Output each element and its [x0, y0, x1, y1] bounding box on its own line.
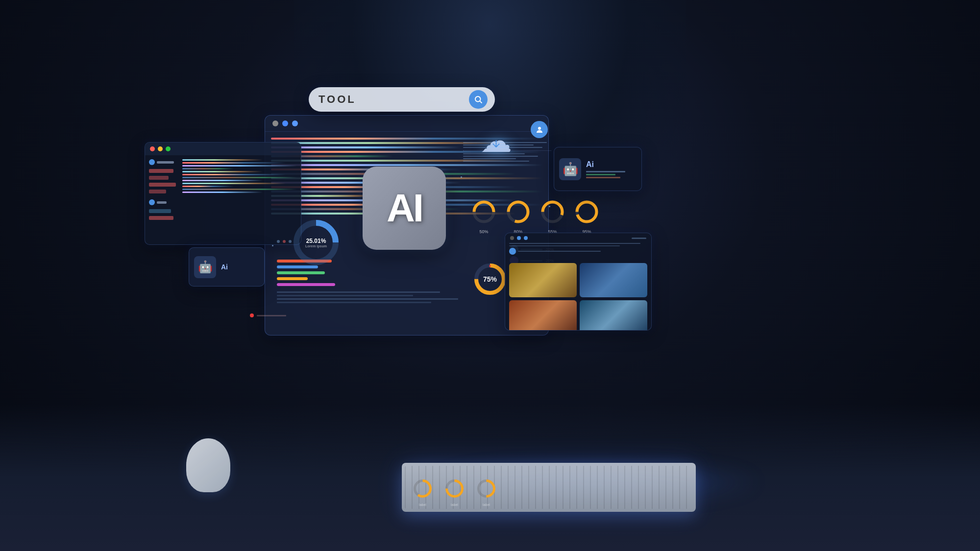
dot-red — [150, 146, 155, 151]
stats-line — [463, 156, 538, 157]
window-dot-gray — [272, 120, 278, 126]
code-line-sm — [586, 174, 615, 175]
user-line-row — [509, 248, 647, 255]
ai-chat-label: Ai — [221, 263, 228, 271]
bar-fill — [277, 271, 325, 274]
code-line — [182, 168, 234, 169]
big-donut-chart: 25.01% Lorem ipsum — [289, 216, 343, 269]
left-sidebar — [149, 159, 178, 221]
top-right-ai-label: Ai — [586, 160, 625, 169]
sidebar-item-line — [149, 190, 166, 193]
bottom-right-titlebar — [505, 233, 651, 243]
donut-label-50: 50% — [479, 229, 488, 234]
code-line — [182, 192, 263, 193]
bottom-donuts-row: label label label — [412, 478, 497, 500]
pct-donut-75: 75% — [470, 260, 510, 299]
left-code-panel — [145, 142, 301, 245]
search-bar[interactable]: TOOL — [309, 87, 495, 112]
bar-row-4 — [277, 277, 345, 280]
panel-text-lines — [505, 243, 651, 259]
bottom-donut-label: label — [451, 503, 458, 506]
indicator-line — [257, 315, 286, 316]
code-line — [277, 298, 458, 300]
bottom-donut-label: label — [483, 503, 490, 506]
image-thumb-3 — [509, 300, 577, 331]
text-line — [509, 245, 620, 246]
progress-dot — [277, 240, 280, 243]
code-line — [271, 164, 542, 166]
text-line — [509, 243, 640, 244]
user-label-row — [149, 159, 178, 165]
text-line — [518, 251, 601, 252]
mouse — [186, 438, 230, 492]
left-panel-content — [145, 155, 301, 225]
code-line — [182, 162, 286, 164]
code-line — [182, 174, 286, 175]
sidebar-item-line — [149, 183, 176, 187]
image-thumb-4 — [580, 300, 647, 331]
bar-fill — [277, 277, 308, 280]
dot-yellow — [158, 146, 163, 151]
code-line-sm — [586, 177, 620, 178]
sidebar-item-line — [149, 209, 171, 213]
progress-dot-active — [283, 240, 286, 243]
sidebar-item-line — [149, 176, 169, 180]
top-right-ai-info: Ai — [586, 160, 625, 178]
bottom-donut-2: label — [443, 478, 466, 500]
indicator-dot — [250, 313, 254, 317]
donut-50: 50% — [470, 198, 497, 225]
top-right-ai-panel: 🤖 Ai — [554, 147, 642, 191]
robot-icon-emoji: 🤖 — [563, 162, 578, 177]
stats-line — [463, 144, 534, 145]
donut-55: 55% — [539, 198, 566, 225]
stats-lines-panel — [463, 142, 551, 163]
svg-point-0 — [475, 96, 481, 102]
bottom-right-image-panel — [505, 233, 652, 331]
code-line — [182, 171, 263, 172]
bar-row-5 — [277, 283, 345, 286]
ai-logo-text: AI — [387, 186, 422, 231]
ai-logo: AI — [363, 167, 446, 250]
user-profile-button[interactable] — [531, 121, 548, 138]
ai-label-line — [157, 201, 167, 204]
donut-95: 95% — [573, 198, 600, 225]
code-line — [182, 183, 286, 184]
pct-donut-label: 75% — [483, 275, 497, 283]
bottom-donut-label: label — [419, 503, 426, 506]
svg-point-2 — [538, 127, 541, 130]
dotted-divider — [463, 150, 551, 151]
code-line — [277, 291, 440, 293]
stats-line — [463, 153, 525, 154]
code-line — [182, 165, 297, 167]
code-line — [277, 302, 431, 303]
image-grid — [505, 259, 651, 331]
dot-blue2 — [524, 236, 528, 240]
robot-icon: 🤖 — [198, 260, 213, 274]
window-dot-blue2 — [292, 120, 298, 126]
bar-row-3 — [277, 271, 345, 274]
big-donut-pct: 25.01% — [305, 238, 327, 244]
sidebar-item-line — [149, 169, 173, 173]
search-button[interactable] — [469, 90, 488, 109]
code-line — [277, 295, 413, 296]
left-panel-main-code — [182, 159, 297, 221]
svg-point-10 — [577, 202, 597, 222]
ai-chat-panel-bottom: 🤖 Ai — [189, 247, 265, 287]
code-line-sm — [586, 171, 625, 172]
window-dot-blue1 — [282, 120, 288, 126]
sparkle-dot — [272, 245, 273, 246]
donut-80: 80% — [505, 198, 532, 225]
code-line — [182, 189, 297, 190]
code-line — [182, 159, 263, 161]
big-donut-label: 25.01% Lorem ipsum — [305, 238, 327, 248]
stats-line — [463, 142, 547, 143]
stats-line — [463, 158, 516, 159]
svg-line-1 — [480, 101, 482, 103]
ai-label-row — [149, 199, 178, 205]
search-text: TOOL — [318, 93, 356, 106]
ai-chat-label-container: Ai — [221, 263, 228, 271]
ai-dot — [149, 199, 155, 205]
dot-gray — [510, 236, 514, 240]
bar-fill — [277, 283, 335, 286]
user-label-line — [157, 161, 174, 164]
